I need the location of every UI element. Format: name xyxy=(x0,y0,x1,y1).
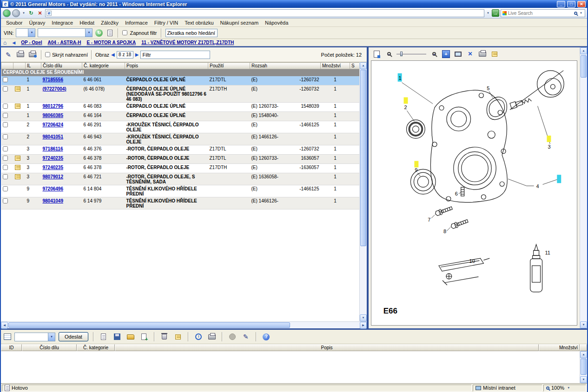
row-checkbox[interactable] xyxy=(3,104,8,109)
scroll-down-arrow[interactable]: ▼ xyxy=(360,314,367,321)
callout-3[interactable]: 3 xyxy=(548,144,550,150)
help-icon[interactable]: ? xyxy=(263,333,270,340)
bheader-qty[interactable]: Množství xyxy=(539,344,580,351)
search-dropdown[interactable]: ▼ xyxy=(579,12,583,14)
table-row[interactable]: 2 98041051 6 46 943 -KROUŽEK TĚSNICÍ, ČE… xyxy=(1,133,360,145)
print-icon[interactable] xyxy=(17,52,24,57)
row-checkbox[interactable] xyxy=(3,146,8,151)
zoom-slider[interactable] xyxy=(396,52,426,56)
header-part-number[interactable]: Číslo dílu xyxy=(41,63,82,69)
row-checkbox[interactable] xyxy=(3,186,8,191)
next-image-button[interactable]: ▶ xyxy=(135,52,139,57)
header-s[interactable]: S xyxy=(350,63,360,69)
row-checkbox[interactable] xyxy=(3,198,8,203)
part-number-link[interactable]: 97206496 xyxy=(43,186,64,191)
vin-history-combo[interactable]: ▼ xyxy=(38,28,92,37)
breadcrumb-astra-h[interactable]: A04 - ASTRA-H xyxy=(48,40,81,45)
menu-text-obrazku[interactable]: Text obrázku xyxy=(181,20,217,26)
menu-napoveda[interactable]: Nápověda xyxy=(262,20,291,26)
breadcrumb-vznetove-motory[interactable]: 11 - VZNĚTOVÉ MOTORY Z17DTL,Z17DTH xyxy=(141,40,234,45)
row-checkbox[interactable] xyxy=(3,174,8,179)
highlight-callout-2[interactable] xyxy=(404,97,408,104)
header-category[interactable]: Č. kategorie xyxy=(82,63,125,69)
scroll-up-arrow[interactable]: ▲ xyxy=(580,47,587,54)
row-checkbox[interactable] xyxy=(3,113,8,118)
part-number-link[interactable]: 98060385 xyxy=(43,113,64,118)
row-checkbox[interactable] xyxy=(3,156,8,161)
history-dropdown[interactable]: ▼ xyxy=(21,12,26,14)
new-list-icon[interactable] xyxy=(101,333,106,340)
table-row[interactable]: 1 98012796 6 46 083 ČERPADLO OLEJE ÚPLNÉ… xyxy=(1,103,360,112)
delete-icon[interactable] xyxy=(162,334,167,340)
clear-highlights-icon[interactable]: ✕ xyxy=(468,51,472,57)
part-number-link[interactable]: 98012796 xyxy=(43,104,64,109)
print-settings-icon[interactable] xyxy=(29,52,36,57)
add-item-icon[interactable] xyxy=(141,333,146,340)
zoom-slider-handle[interactable] xyxy=(400,52,403,56)
callout-11[interactable]: 11 xyxy=(545,250,550,255)
history-icon[interactable] xyxy=(195,333,202,340)
menu-zalozky[interactable]: Záložky xyxy=(98,20,122,26)
table-row[interactable]: 9 98041049 6 14 979 TĚSNĚNÍ KLIKOVÉHO HŘ… xyxy=(1,197,360,209)
part-number-link[interactable]: 97240235 xyxy=(43,156,64,161)
callout-7[interactable]: 7 xyxy=(428,217,430,222)
vin-history-arrow[interactable]: ▼ xyxy=(85,29,92,37)
breadcrumb-back-icon[interactable]: ◀ xyxy=(12,40,15,45)
callout-5[interactable]: 5 xyxy=(487,85,489,91)
minimize-button[interactable]: _ xyxy=(557,1,565,7)
row-checkbox[interactable] xyxy=(3,122,8,127)
header-qty[interactable]: Množství xyxy=(321,63,350,69)
close-button[interactable]: ✕ xyxy=(577,1,586,7)
vin-refresh-icon[interactable]: ↻ xyxy=(95,29,103,37)
callout-2[interactable]: 2 xyxy=(404,105,407,110)
list-grid-icon[interactable] xyxy=(4,333,11,340)
save-icon[interactable] xyxy=(114,333,120,340)
table-row[interactable]: 1 98060385 6 46 164 ČERPADLO OLEJE ÚPLNÉ… xyxy=(1,112,360,121)
scrollbar-thumb[interactable] xyxy=(8,322,290,328)
vin-report-icon[interactable] xyxy=(107,30,112,36)
menu-nakupni-seznam[interactable]: Nákupní seznam xyxy=(217,20,262,26)
print-list-icon[interactable] xyxy=(208,334,216,340)
edit-list-icon[interactable]: ✎ xyxy=(243,333,249,340)
scroll-up-arrow[interactable]: ▲ xyxy=(580,351,587,358)
menu-integrace[interactable]: Integrace xyxy=(48,20,76,26)
table-row[interactable]: 1 (97227004) (6 46 078) ČERPADLO OLEJE Ú… xyxy=(1,85,360,103)
callout-4[interactable]: 4 xyxy=(536,183,539,189)
home-icon[interactable]: ⌂ xyxy=(3,40,7,46)
row-checkbox[interactable] xyxy=(3,86,8,91)
part-number-link[interactable]: 97206424 xyxy=(43,122,64,127)
live-search-input[interactable] xyxy=(508,11,573,16)
zoom-in-icon[interactable] xyxy=(432,52,436,56)
zoom-out-icon[interactable] xyxy=(387,52,391,56)
part-number-link[interactable]: 97240235 xyxy=(43,165,64,170)
scroll-right-arrow[interactable]: ▶ xyxy=(360,322,367,329)
menu-filtry-vin[interactable]: Filtry / VIN xyxy=(151,20,181,26)
pan-center-icon[interactable]: + xyxy=(442,50,450,58)
scrollbar-thumb[interactable] xyxy=(581,359,587,375)
address-dropdown[interactable]: ▼ xyxy=(486,12,490,14)
bheader-category[interactable]: Č. kategorie xyxy=(77,344,115,351)
image-note-icon[interactable] xyxy=(492,52,497,57)
table-row[interactable]: 2 97206424 6 46 291 -KROUŽEK TĚSNICÍ, ČE… xyxy=(1,121,360,133)
edit-notes-icon[interactable]: ✎ xyxy=(6,51,11,59)
part-number-link[interactable]: 97186116 xyxy=(43,146,63,151)
shopping-list-scrollbar[interactable]: ▲ ▼ xyxy=(580,351,587,383)
table-row[interactable]: 3 98079012 6 46 721 -ROTOR, ČERPADLO OLE… xyxy=(1,173,360,185)
breadcrumb-motor-a-spojka[interactable]: E - MOTOR A SPOJKA xyxy=(86,40,136,45)
diagram-canvas[interactable]: 1 2 3 4 5 6 7 8 9 10 11 E66 xyxy=(371,60,577,326)
note-edit-icon[interactable] xyxy=(175,334,181,340)
go-button[interactable]: → xyxy=(492,9,499,17)
shopping-list-body[interactable]: ▲ ▼ xyxy=(1,351,587,384)
table-row[interactable]: 9 97206496 6 14 804 TĚSNĚNÍ KLIKOVÉHO HŘ… xyxy=(1,185,360,197)
address-bar[interactable]: e xyxy=(45,9,484,17)
enable-filter-checkbox[interactable] xyxy=(122,30,127,35)
table-row[interactable]: 3 97240235 6 46 378 -ROTOR, ČERPADLO OLE… xyxy=(1,164,360,173)
scroll-left-arrow[interactable]: ◀ xyxy=(1,322,8,329)
header-range[interactable]: Rozsah xyxy=(250,63,321,69)
callout-9[interactable]: 9 xyxy=(415,167,417,173)
table-row[interactable]: 3 97240235 6 46 378 -ROTOR, ČERPADLO OLE… xyxy=(1,155,360,164)
header-description[interactable]: Popis xyxy=(125,63,208,69)
menu-informace[interactable]: Informace xyxy=(122,20,151,26)
part-number-link[interactable]: 97185556 xyxy=(43,77,64,82)
bheader-part-number[interactable]: Číslo dílu xyxy=(22,344,77,351)
